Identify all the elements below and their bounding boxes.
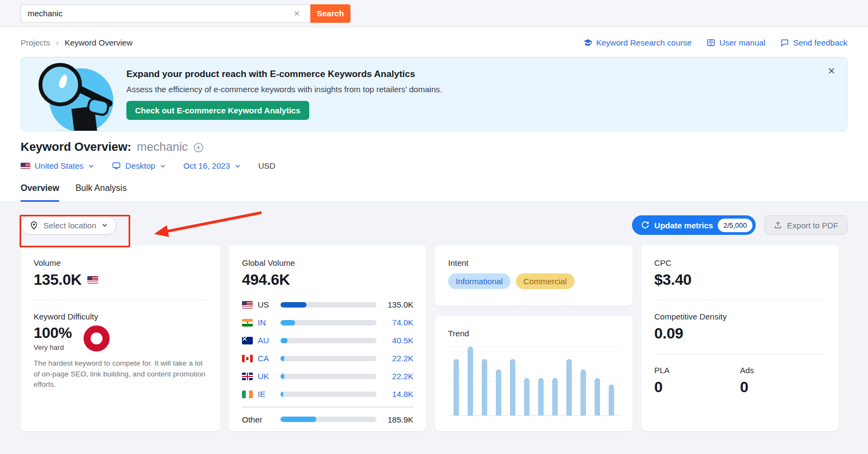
- search-input[interactable]: [21, 4, 310, 23]
- tab-overview[interactable]: Overview: [21, 183, 59, 202]
- difficulty-gauge: [84, 325, 110, 351]
- tab-bulk-analysis[interactable]: Bulk Analysis: [75, 183, 126, 202]
- location-pin-icon: [29, 221, 39, 230]
- country-code[interactable]: IE: [258, 389, 274, 399]
- date-filter-dropdown[interactable]: Oct 16, 2023: [183, 161, 241, 170]
- volume-value: 135.0K: [34, 271, 82, 289]
- trend-bars: [454, 347, 614, 415]
- volume-value[interactable]: 14.8K: [383, 389, 413, 399]
- ads-value: 0: [740, 379, 826, 396]
- desktop-icon: [112, 161, 121, 170]
- device-filter-dropdown[interactable]: Desktop: [112, 161, 166, 170]
- select-location-dropdown[interactable]: Select location: [21, 215, 117, 235]
- intent-card: Intent InformationalCommercial: [435, 245, 633, 306]
- trend-label: Trend: [448, 329, 620, 338]
- intent-label: Intent: [448, 258, 620, 267]
- cpc-value: $3.40: [654, 271, 826, 289]
- global-volume-row: AU40.5K: [242, 331, 413, 349]
- trend-bar: [609, 385, 614, 415]
- ecommerce-promo-banner: Expand your product reach with E-commerc…: [21, 57, 847, 131]
- trend-bar: [454, 359, 459, 415]
- trend-bar: [482, 359, 487, 415]
- cpc-card: CPC $3.40 Competitive Density 0.09 PLA 0…: [641, 245, 839, 431]
- volume-bar: [280, 356, 376, 361]
- location-filter-dropdown[interactable]: United States: [21, 161, 94, 170]
- chevron-down-icon: [234, 163, 241, 169]
- volume-value: 185.9K: [383, 415, 413, 424]
- banner-subtitle: Assess the efficiency of e-commerce keyw…: [126, 85, 847, 94]
- user-manual-link[interactable]: User manual: [706, 38, 765, 47]
- banner-title: Expand your product reach with E-commerc…: [126, 69, 847, 80]
- add-keyword-icon[interactable]: [193, 142, 204, 153]
- breadcrumb: Projects › Keyword Overview: [21, 38, 132, 47]
- volume-label: Volume: [34, 258, 207, 267]
- trend-bar: [524, 378, 529, 415]
- country-code[interactable]: CA: [258, 354, 274, 363]
- country-code[interactable]: UK: [258, 372, 274, 381]
- clear-search-icon[interactable]: ×: [290, 4, 304, 23]
- chevron-down-icon: [88, 163, 94, 169]
- trend-bar: [468, 347, 473, 415]
- volume-value[interactable]: 40.5K: [383, 336, 413, 345]
- volume-value[interactable]: 22.2K: [383, 372, 413, 381]
- keyword-difficulty-label: Keyword Difficulty: [34, 312, 207, 321]
- keyword-difficulty-level: Very hard: [34, 343, 72, 351]
- country-code[interactable]: AU: [258, 336, 274, 345]
- breadcrumb-current: Keyword Overview: [65, 38, 132, 47]
- us-flag-icon: [87, 276, 98, 284]
- update-metrics-button[interactable]: Update metrics 2/5,000: [632, 215, 756, 235]
- competitive-density-value: 0.09: [654, 325, 826, 342]
- volume-bar: [280, 417, 376, 422]
- trend-bar: [595, 378, 600, 415]
- uk-flag-icon: [242, 373, 253, 380]
- banner-close-icon[interactable]: ×: [828, 65, 835, 77]
- trend-bar: [566, 359, 572, 415]
- trend-bar: [552, 378, 558, 415]
- keyword-research-course-link[interactable]: Keyword Research course: [583, 38, 692, 47]
- quota-badge: 2/5,000: [718, 219, 752, 232]
- country-code: US: [258, 300, 274, 309]
- currency-label: USD: [258, 161, 276, 170]
- volume-value[interactable]: 22.2K: [383, 354, 413, 363]
- cpc-label: CPC: [654, 258, 826, 267]
- tab-bar: Overview Bulk Analysis: [0, 170, 868, 202]
- feedback-icon: [780, 38, 789, 47]
- trend-bar: [496, 369, 501, 415]
- intent-pill: Commercial: [516, 273, 575, 289]
- trend-bar: [580, 369, 586, 415]
- global-volume-row: US135.0K: [242, 296, 413, 314]
- volume-value[interactable]: 74.0K: [383, 318, 413, 327]
- ads-label: Ads: [740, 366, 826, 375]
- ie-flag-icon: [242, 391, 253, 398]
- global-volume-row: Other185.9K: [242, 407, 413, 428]
- top-search-bar: × Search: [0, 0, 868, 27]
- trend-chart: [448, 347, 620, 416]
- pla-value: 0: [654, 379, 740, 396]
- global-volume-row: UK22.2K: [242, 367, 413, 385]
- us-flag-icon: [242, 301, 253, 309]
- volume-bar: [280, 374, 376, 379]
- volume-value: 135.0K: [383, 300, 413, 309]
- page-title: Keyword Overview:: [21, 140, 131, 154]
- intent-pill: Informational: [448, 273, 510, 289]
- ecommerce-cta-button[interactable]: Check out E-commerce Keyword Analytics: [126, 101, 309, 120]
- volume-bar: [280, 392, 376, 397]
- magnifier-illustration: [37, 63, 124, 131]
- trend-bar: [510, 359, 515, 415]
- in-flag-icon: [242, 319, 253, 327]
- intent-pill-list: InformationalCommercial: [448, 273, 620, 289]
- chevron-down-icon: [101, 222, 108, 228]
- volume-difficulty-card: Volume 135.0K Keyword Difficulty 100% Ve…: [21, 245, 220, 431]
- graduation-cap-icon: [583, 38, 592, 47]
- chevron-right-icon: ›: [56, 38, 59, 47]
- send-feedback-link[interactable]: Send feedback: [780, 38, 847, 47]
- export-pdf-button[interactable]: Export to PDF: [764, 215, 847, 235]
- country-code: Other: [242, 415, 274, 424]
- breadcrumb-projects[interactable]: Projects: [21, 38, 50, 47]
- country-code[interactable]: IN: [258, 318, 274, 327]
- page-header-section: Projects › Keyword Overview Keyword Rese…: [0, 27, 868, 170]
- global-volume-value: 494.6K: [242, 271, 413, 289]
- keyword-difficulty-description: The hardest keyword to compete for. It w…: [34, 358, 207, 390]
- pla-label: PLA: [654, 366, 740, 375]
- search-button[interactable]: Search: [310, 4, 350, 23]
